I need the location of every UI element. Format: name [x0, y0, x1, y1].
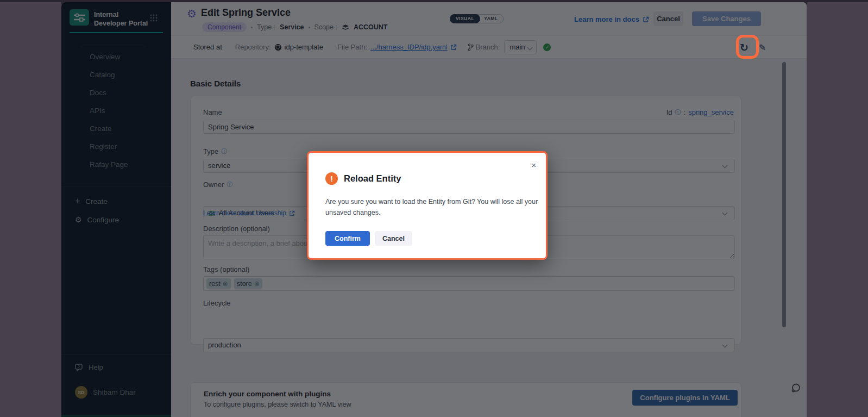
reload-entity-modal: × ! Reload Entity Are you sure you want …	[307, 151, 548, 260]
close-icon[interactable]: ×	[531, 160, 536, 170]
modal-cancel-button[interactable]: Cancel	[375, 231, 412, 246]
modal-body-text: Are you sure you want to load the Entity…	[325, 196, 543, 218]
annotation-highlight-ring	[736, 35, 759, 59]
confirm-button[interactable]: Confirm	[325, 231, 370, 246]
warning-icon: !	[325, 172, 338, 185]
modal-title: Reload Entity	[344, 173, 401, 184]
